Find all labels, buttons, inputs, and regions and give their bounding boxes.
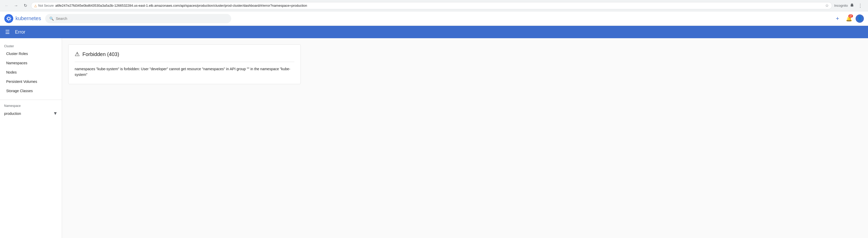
browser-chrome: ← → ↻ △ Not Secure a6fe247e27fd345e0bd64… bbox=[0, 0, 868, 11]
reload-button[interactable]: ↻ bbox=[22, 2, 29, 9]
forward-button[interactable]: → bbox=[12, 2, 20, 9]
namespace-section: Namespace production ▼ bbox=[0, 100, 62, 121]
logo-link[interactable]: kubernetes bbox=[4, 14, 41, 23]
header-right: + 🔔 27 👤 bbox=[833, 14, 864, 23]
user-avatar-button[interactable]: 👤 bbox=[856, 14, 864, 23]
error-title-text: Forbidden (403) bbox=[83, 52, 119, 57]
sidebar-item-storage-classes[interactable]: Storage Classes bbox=[0, 86, 62, 96]
error-message: namespaces "kube-system" is forbidden: U… bbox=[75, 66, 294, 78]
incognito-label: Incognito bbox=[834, 4, 848, 7]
notification-badge: 27 bbox=[848, 14, 853, 18]
sidebar-item-namespaces[interactable]: Namespaces bbox=[0, 58, 62, 68]
url-text: a6fe247e27fd345e0bd643530a3a5a3b-1266532… bbox=[55, 4, 824, 7]
sidebar-item-persistent-volumes[interactable]: Persistent Volumes bbox=[0, 77, 62, 86]
incognito-icon bbox=[849, 3, 855, 8]
back-button[interactable]: ← bbox=[3, 2, 10, 9]
namespace-value: production bbox=[4, 111, 21, 116]
add-button[interactable]: + bbox=[833, 14, 842, 23]
star-icon[interactable]: ☆ bbox=[825, 3, 829, 8]
app-header: kubernetes 🔍 + 🔔 27 👤 bbox=[0, 11, 868, 26]
k8s-logo-svg bbox=[4, 14, 13, 23]
main-layout: Cluster Cluster Roles Namespaces Nodes P… bbox=[0, 38, 868, 238]
namespace-select[interactable]: production ▼ bbox=[4, 110, 58, 117]
warning-icon: △ bbox=[34, 4, 37, 7]
sidebar-item-cluster-roles[interactable]: Cluster Roles bbox=[0, 49, 62, 58]
avatar-icon: 👤 bbox=[857, 16, 862, 21]
namespace-label: Namespace bbox=[4, 104, 58, 108]
sidebar-item-nodes[interactable]: Nodes bbox=[0, 68, 62, 77]
incognito-area: Incognito bbox=[834, 3, 855, 8]
cluster-section-label: Cluster bbox=[0, 42, 62, 49]
address-bar[interactable]: △ Not Secure a6fe247e27fd345e0bd643530a3… bbox=[31, 2, 832, 9]
sidebar: Cluster Cluster Roles Namespaces Nodes P… bbox=[0, 38, 62, 238]
dropdown-arrow-icon: ▼ bbox=[53, 111, 58, 116]
page-header-bar: ☰ Error bbox=[0, 26, 868, 38]
browser-right-actions: Incognito ⋮ bbox=[834, 1, 865, 10]
notifications-button[interactable]: 🔔 27 bbox=[844, 14, 854, 23]
not-secure-label: Not Secure bbox=[38, 4, 54, 7]
main-content: ⚠ Forbidden (403) namespaces "kube-syste… bbox=[62, 38, 868, 238]
error-circle-icon: ⚠ bbox=[75, 51, 80, 58]
error-title: ⚠ Forbidden (403) bbox=[75, 51, 294, 62]
menu-button[interactable]: ⋮ bbox=[856, 1, 865, 10]
svg-point-1 bbox=[8, 18, 9, 20]
logo-text: kubernetes bbox=[16, 15, 41, 22]
page-title: Error bbox=[15, 29, 25, 35]
hamburger-icon[interactable]: ☰ bbox=[4, 28, 11, 36]
search-input[interactable] bbox=[56, 16, 227, 21]
search-icon: 🔍 bbox=[49, 16, 54, 21]
search-bar[interactable]: 🔍 bbox=[45, 14, 231, 23]
error-card: ⚠ Forbidden (403) namespaces "kube-syste… bbox=[68, 44, 301, 84]
